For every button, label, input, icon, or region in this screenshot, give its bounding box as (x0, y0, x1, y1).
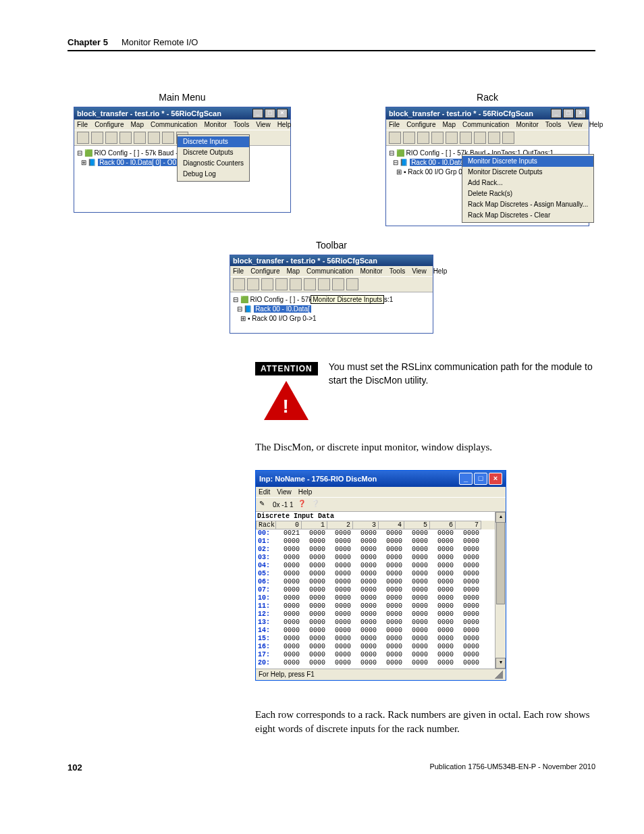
toolbar-icon[interactable] (91, 132, 103, 144)
toolbar-icon[interactable] (233, 278, 245, 290)
menu-option[interactable]: Discrete Inputs (178, 136, 249, 147)
toolbar-icon[interactable] (431, 132, 444, 144)
menu-item-monitor[interactable]: Monitor (204, 121, 226, 128)
column-header[interactable]: 1 (302, 521, 327, 529)
tree-selected-node[interactable]: Rack 00 - I0.Data[ 0] - O0.D (98, 159, 184, 166)
toolbar-icon[interactable] (148, 132, 160, 144)
toolbar-icon[interactable] (417, 132, 429, 144)
menu-item-configure[interactable]: Configure (250, 267, 279, 275)
minimize-button[interactable]: _ (459, 473, 473, 485)
toolbar-icon[interactable] (304, 278, 316, 290)
close-button[interactable]: × (489, 473, 502, 485)
menu-item-edit[interactable]: Edit (259, 488, 270, 496)
maximize-button[interactable]: □ (474, 473, 487, 485)
toolbar-icon[interactable] (332, 278, 344, 290)
toolbar-icon[interactable] (502, 132, 514, 144)
close-button[interactable]: × (575, 109, 586, 118)
tree-root[interactable]: RIO Config - [ ] - 57k (250, 296, 313, 303)
menu-item-help[interactable]: Help (589, 121, 603, 128)
menu-item-configure[interactable]: Configure (406, 121, 435, 128)
menu-item-monitor[interactable]: Monitor (360, 267, 382, 275)
menu-item-configure[interactable]: Configure (95, 121, 124, 128)
column-header[interactable]: 4 (379, 521, 404, 529)
menu-option[interactable]: Add Rack... (462, 178, 593, 188)
help-icon[interactable]: ❓ (298, 500, 307, 509)
menu-item-file[interactable]: File (233, 267, 244, 275)
menu-bar[interactable]: EditViewHelp (256, 487, 506, 497)
menu-item-communication[interactable]: Communication (151, 121, 197, 128)
menu-option[interactable]: Rack Map Discretes - Assign Manually... (462, 199, 593, 210)
maximize-button[interactable]: □ (563, 109, 574, 118)
scroll-thumb[interactable] (496, 522, 505, 604)
toolbar-icon[interactable] (346, 278, 358, 290)
menu-item-view[interactable]: View (568, 121, 583, 128)
toolbar-icon[interactable] (290, 278, 302, 290)
menu-option[interactable]: Debug Log (178, 169, 249, 180)
toolbar[interactable] (386, 130, 589, 146)
toolbar-icon[interactable] (446, 132, 458, 144)
column-header[interactable]: 2 (327, 521, 353, 529)
menu-item-help[interactable]: Help (298, 488, 313, 496)
context-menu[interactable]: Monitor Discrete InputsMonitor Discrete … (462, 154, 594, 223)
menu-item-tools[interactable]: Tools (234, 121, 249, 128)
toolbar-icon[interactable] (134, 132, 146, 144)
menu-item-map[interactable]: Map (286, 267, 299, 275)
menu-bar[interactable]: FileConfigureMapCommunicationMonitorTool… (74, 120, 290, 130)
column-header[interactable]: 7 (456, 521, 481, 529)
about-icon[interactable]: ❔ (311, 500, 321, 509)
menu-option[interactable]: Monitor Discrete Outputs (462, 167, 593, 178)
maximize-button[interactable]: □ (265, 109, 275, 118)
toolbar-icon[interactable] (275, 278, 288, 290)
minimize-button[interactable]: _ (551, 109, 562, 118)
menu-option[interactable]: Monitor Discrete Inputs (462, 156, 593, 167)
tree-view[interactable]: ⊟ 🟩 RIO Config - [ ] - 57k Baud - InpT. … (74, 146, 290, 212)
menu-item-map[interactable]: Map (130, 121, 143, 128)
toolbar-icon[interactable] (261, 278, 273, 290)
toolbar-icon[interactable] (460, 132, 472, 144)
menu-option[interactable]: Discrete Outputs (178, 147, 249, 158)
toolbar-icon[interactable] (403, 132, 415, 144)
resize-grip-icon[interactable] (495, 671, 503, 679)
scroll-up-button[interactable]: ▴ (495, 512, 506, 523)
toolbar-icon[interactable] (389, 132, 401, 144)
menu-item-view[interactable]: View (277, 488, 292, 496)
toolbar-icon[interactable] (488, 132, 500, 144)
menu-item-view[interactable]: View (412, 267, 427, 275)
menu-item-tools[interactable]: Tools (390, 267, 405, 275)
column-header[interactable]: 0 (276, 521, 302, 529)
tree-view[interactable]: ⊟ 🟩 RIO Config - [ ] - 57k Baud - InpTag… (386, 146, 589, 226)
column-header[interactable]: 6 (430, 521, 456, 529)
menu-option[interactable]: Delete Rack(s) (462, 188, 593, 199)
menu-item-communication[interactable]: Communication (306, 267, 353, 275)
menu-option[interactable]: Diagnostic Counters (178, 158, 249, 169)
menu-item-file[interactable]: File (77, 121, 88, 128)
scroll-down-button[interactable]: ▾ (495, 658, 506, 669)
pencil-icon[interactable]: ✎ (259, 500, 269, 509)
toolbar-icon[interactable] (247, 278, 259, 290)
toolbar[interactable] (230, 276, 433, 292)
vertical-scrollbar[interactable]: ▴ ▾ (495, 512, 506, 669)
column-header[interactable]: 5 (404, 521, 430, 529)
toolbar[interactable]: ✎ 0x -1 1 ❓ ❔ (256, 497, 506, 512)
toolbar-icon[interactable] (77, 132, 89, 144)
tree-view[interactable]: ⊟ 🟩 RIO Config - [ ] - 57kMonitor Discre… (230, 292, 433, 333)
minimize-button[interactable]: _ (252, 109, 263, 118)
menu-option[interactable]: Rack Map Discretes - Clear (462, 210, 593, 221)
toolbar-icon[interactable] (474, 132, 486, 144)
tree-child-node[interactable]: Rack 00 I/O Grp 0- (408, 168, 464, 176)
toolbar-icon[interactable] (162, 132, 174, 144)
context-menu[interactable]: Discrete InputsDiscrete OutputsDiagnosti… (177, 134, 250, 182)
menu-bar[interactable]: FileConfigureMapCommunicationMonitorTool… (230, 266, 433, 276)
menu-item-help[interactable]: Help (433, 267, 448, 275)
menu-item-communication[interactable]: Communication (462, 121, 509, 128)
menu-item-monitor[interactable]: Monitor (516, 121, 538, 128)
column-header[interactable]: 3 (353, 521, 379, 529)
toolbar-icon[interactable] (318, 278, 330, 290)
tree-child-node[interactable]: Rack 00 I/O Grp 0->1 (252, 315, 316, 322)
menu-item-help[interactable]: Help (277, 121, 292, 128)
menu-item-tools[interactable]: Tools (545, 121, 561, 128)
tree-selected-node[interactable]: Rack 00 - I0.Data[ (254, 305, 311, 313)
menu-item-map[interactable]: Map (442, 121, 455, 128)
close-button[interactable]: × (277, 109, 288, 118)
column-header[interactable]: Rack (256, 521, 276, 529)
